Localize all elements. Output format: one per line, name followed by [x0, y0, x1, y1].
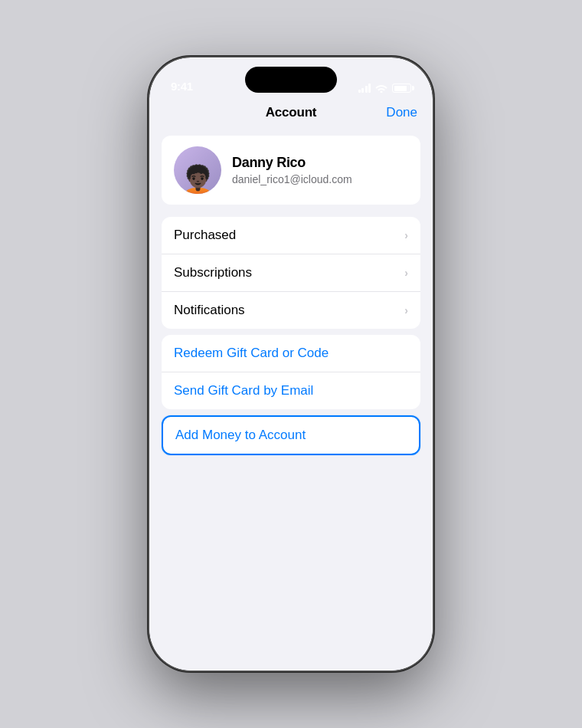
add-money-section: Add Money to Account: [162, 415, 420, 455]
done-button[interactable]: Done: [386, 105, 417, 120]
phone-device: 9:41 Account Done: [149, 57, 433, 671]
user-name: Danny Rico: [232, 155, 352, 171]
send-gift-card-item[interactable]: Send Gift Card by Email: [162, 372, 420, 409]
user-email: daniel_rico1@icloud.com: [232, 173, 352, 185]
page-title: Account: [266, 105, 317, 120]
avatar: 🧑🏿‍🦱: [174, 146, 221, 194]
gift-section: Redeem Gift Card or Code Send Gift Card …: [162, 335, 420, 409]
menu-item-label-purchased: Purchased: [174, 228, 236, 243]
nav-bar: Account Done: [149, 99, 433, 130]
user-row: 🧑🏿‍🦱 Danny Rico daniel_rico1@icloud.com: [162, 136, 420, 205]
add-money-label: Add Money to Account: [175, 428, 306, 442]
user-card[interactable]: 🧑🏿‍🦱 Danny Rico daniel_rico1@icloud.com: [162, 136, 420, 205]
status-icons: [358, 84, 412, 93]
menu-item-label-notifications: Notifications: [174, 303, 245, 318]
dynamic-island: [245, 67, 337, 93]
menu-item-subscriptions[interactable]: Subscriptions ›: [162, 254, 420, 292]
add-money-item[interactable]: Add Money to Account: [162, 415, 420, 455]
send-gift-card-label: Send Gift Card by Email: [174, 383, 313, 398]
battery-icon: [392, 84, 411, 93]
chevron-icon-subscriptions: ›: [404, 267, 408, 279]
status-bar: 9:41: [149, 57, 433, 99]
content-area: Account Done 🧑🏿‍🦱 Danny Rico daniel_rico…: [149, 99, 433, 671]
chevron-icon-notifications: ›: [404, 304, 408, 316]
menu-item-label-subscriptions: Subscriptions: [174, 265, 252, 280]
menu-item-purchased[interactable]: Purchased ›: [162, 217, 420, 254]
chevron-icon-purchased: ›: [404, 229, 408, 241]
wifi-icon: [375, 84, 387, 93]
menu-section: Purchased › Subscriptions › Notification…: [162, 217, 420, 329]
signal-icon: [358, 84, 371, 93]
redeem-gift-card-item[interactable]: Redeem Gift Card or Code: [162, 335, 420, 372]
user-info: Danny Rico daniel_rico1@icloud.com: [232, 155, 352, 185]
battery-fill: [394, 86, 407, 91]
menu-item-notifications[interactable]: Notifications ›: [162, 292, 420, 329]
phone-screen: 9:41 Account Done: [149, 57, 433, 671]
status-time: 9:41: [171, 80, 193, 93]
redeem-gift-card-label: Redeem Gift Card or Code: [174, 346, 329, 361]
